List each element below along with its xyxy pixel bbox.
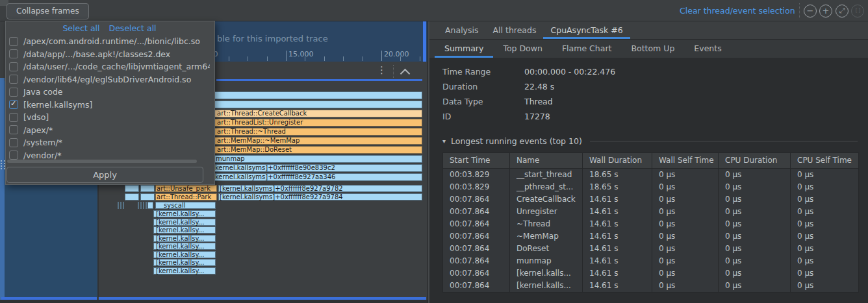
table-row[interactable]: 00:07.864DoReset14.61 s0 µs0 µs0 µs [443, 243, 858, 255]
column-header[interactable]: CPU Duration [718, 153, 790, 168]
column-header[interactable]: Wall Duration [582, 153, 652, 168]
checkbox[interactable]: ✓ [9, 100, 18, 109]
flame-cell-label: [kernel.kallsy... [156, 268, 204, 274]
tab-cpuasynctask-6[interactable]: CpuAsyncTask #6 [543, 21, 630, 39]
frames-filter-item[interactable]: /vendor/lib64/egl/eglSubDriverAndroid.so [6, 73, 210, 86]
ruler-tick [363, 56, 363, 61]
subtab-bottom-up[interactable]: Bottom Up [621, 40, 684, 58]
tab-all-threads[interactable]: All threads [486, 21, 544, 39]
collapse-frames-button[interactable]: Collapse frames [6, 3, 89, 19]
table-cell: 0 µs [718, 169, 790, 181]
checkbox[interactable] [9, 151, 18, 160]
table-cell: 0 µs [652, 255, 718, 267]
table-cell: 0 µs [718, 206, 790, 218]
ruler-tick [229, 56, 229, 61]
summary-row: Data TypeThread [429, 94, 868, 109]
zoom-in-button[interactable]: + [819, 5, 832, 18]
checkbox[interactable] [9, 37, 18, 46]
table-row[interactable]: 00:03.829__pthread_st...18.65 s0 µs0 µs0… [443, 181, 858, 193]
flame-cell[interactable] [140, 185, 155, 192]
tab-analysis[interactable]: Analysis [438, 21, 486, 39]
table-row[interactable]: 00:03.829__start_thread18.65 s0 µs0 µs0 … [443, 169, 858, 181]
deselect-all-link[interactable]: Deselect all [109, 23, 157, 36]
checkbox[interactable] [9, 88, 18, 97]
table-row[interactable]: 00:07.864Unregister14.61 s0 µs0 µs0 µs [443, 206, 858, 218]
flame-cell-label: [kernel.kallsy... [156, 211, 204, 217]
flame-cell[interactable] [143, 202, 144, 209]
frames-filter-item[interactable]: ✓[kernel.kallsyms] [6, 99, 210, 112]
table-cell: 14.61 s [582, 280, 652, 292]
frames-filter-item[interactable]: /vendor/* [6, 149, 210, 161]
checkbox[interactable] [9, 125, 18, 134]
frames-filter-item[interactable]: /apex/* [6, 124, 210, 137]
collapse-triangle-icon[interactable]: ▾ [442, 138, 446, 145]
panel-splitter[interactable] [0, 78, 5, 303]
zoom-out-button[interactable]: − [804, 5, 817, 18]
frames-filter-item[interactable]: [vdso] [6, 111, 210, 124]
flame-cell[interactable] [125, 193, 139, 200]
ruler-tick [286, 51, 287, 61]
frames-filter-item-label: /system/* [23, 138, 62, 147]
column-header[interactable]: Start Time [443, 153, 509, 168]
subtab-top-down[interactable]: Top Down [493, 40, 552, 58]
flame-cell[interactable] [138, 202, 139, 209]
flame-cell[interactable] [120, 202, 121, 209]
selection-handle[interactable] [423, 21, 426, 62]
flame-cell-label: art::Thread::~Thread [217, 128, 286, 135]
checkbox[interactable] [9, 113, 18, 122]
section-header: ▾ Longest running events (top 10) [442, 136, 858, 146]
frames-filter-item[interactable]: /system/* [6, 136, 210, 149]
subtab-events[interactable]: Events [684, 40, 731, 58]
frames-filter-item[interactable]: /data/app/.../base.apk!/classes2.dex [6, 48, 210, 61]
summary-label: ID [429, 112, 524, 121]
ruler-tick [400, 56, 401, 61]
flame-cell[interactable] [123, 202, 124, 209]
more-options-icon[interactable]: ⋮ [377, 64, 387, 76]
subtab-flame-chart[interactable]: Flame Chart [552, 40, 622, 58]
checkbox[interactable] [9, 62, 18, 71]
zoom-to-selection-button[interactable]: [ ] [851, 5, 864, 18]
checkbox[interactable] [9, 49, 18, 58]
clear-selection-link[interactable]: Clear thread/event selection [680, 6, 795, 16]
ruler-tick [420, 56, 420, 61]
frames-filter-item[interactable]: /data/user/.../code_cache/libjvmtiagent_… [6, 60, 210, 73]
checkbox[interactable] [9, 75, 18, 84]
table-cell: 18.65 s [582, 169, 652, 181]
apply-button[interactable]: Apply [6, 167, 203, 183]
table-row[interactable]: 00:07.864munmap14.61 s0 µs0 µs0 µs [443, 255, 858, 267]
flame-cell[interactable] [140, 202, 142, 209]
column-header[interactable]: Wall Self Time [652, 153, 718, 168]
column-header[interactable]: CPU Self Time [790, 153, 858, 168]
zoom-out-icon: − [807, 6, 814, 16]
popup-horizontal-scrollbar[interactable] [7, 160, 197, 163]
frames-filter-item[interactable]: Java code [6, 86, 210, 99]
subtab-summary[interactable]: Summary [435, 40, 493, 58]
bottom-gutter [0, 300, 428, 303]
flame-cell-label: munmap [216, 156, 245, 162]
table-row[interactable]: 00:07.864~MemMap14.61 s0 µs0 µs0 µs [443, 230, 858, 243]
flame-cell[interactable] [118, 202, 119, 209]
table-row[interactable]: 00:07.864~Thread14.61 s0 µs0 µs0 µs [443, 218, 858, 230]
summary-row: ID17278 [429, 109, 868, 124]
table-cell: 0 µs [790, 169, 858, 181]
ruler-tick-label: 15.000 [288, 50, 314, 58]
frames-filter-item[interactable]: /apex/com.android.runtime/.../bionic/lib… [6, 35, 210, 48]
reset-zoom-button[interactable]: ⤢ [836, 5, 849, 18]
table-row[interactable]: 00:07.864[kernel.kalls...14.61 s0 µs0 µs… [443, 280, 858, 292]
flame-cell[interactable] [140, 193, 155, 200]
table-cell: 14.61 s [582, 206, 652, 218]
ruler-tick-label: 20.000 [384, 50, 409, 58]
column-header[interactable]: Name [509, 153, 582, 168]
table-cell: 0 µs [718, 280, 790, 292]
table-row[interactable]: 00:07.864CreateCallback14.61 s0 µs0 µs0 … [443, 193, 858, 206]
table-row[interactable]: 00:07.864[kernel.kalls...14.61 s0 µs0 µs… [443, 267, 858, 280]
flame-cell[interactable] [147, 202, 153, 209]
checkbox[interactable] [9, 138, 18, 147]
frames-filter-item-label: /apex/com.android.runtime/.../bionic/lib… [23, 36, 200, 46]
summary-row: Duration22.48 s [429, 79, 868, 94]
select-all-link[interactable]: Select all [62, 23, 99, 36]
flame-cell[interactable] [125, 185, 139, 192]
flame-cell[interactable] [146, 202, 147, 209]
table-cell: 0 µs [652, 193, 718, 206]
frames-filter-list: /apex/com.android.runtime/.../bionic/lib… [6, 35, 210, 160]
